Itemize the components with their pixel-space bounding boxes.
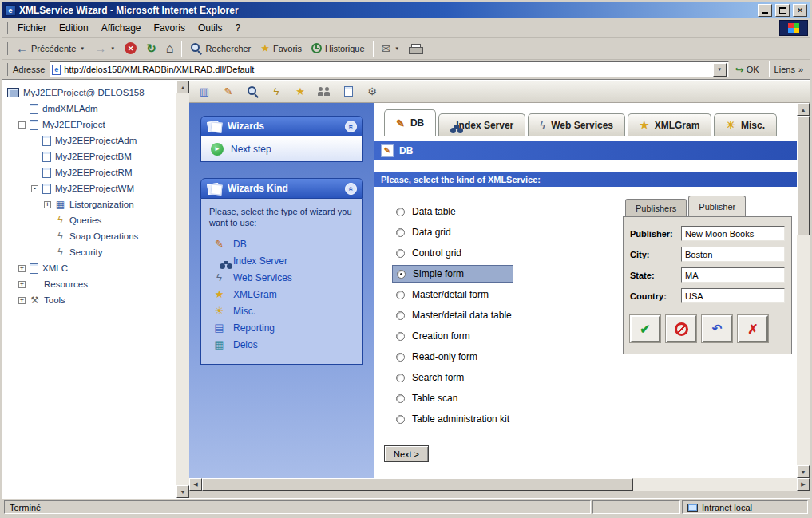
option-table-administration-kit[interactable]: Table administration kit	[392, 409, 513, 429]
wizard-kind-label[interactable]: DB	[233, 239, 247, 250]
next-step-row[interactable]: ► Next step	[200, 136, 363, 162]
tree-item-myj2eeprojectwm[interactable]: MyJ2EEProjectWM	[2, 180, 176, 196]
option-creation-form[interactable]: Creation form	[392, 326, 474, 346]
tree-item-tools[interactable]: ⚒ Tools	[2, 292, 176, 308]
wizard-kind-label[interactable]: Misc.	[233, 306, 255, 317]
radio-icon[interactable]	[396, 249, 405, 258]
menu-affichage[interactable]: Affichage	[95, 21, 148, 35]
tree-item-root[interactable]: MyJ2EEProject@ DELOS158	[2, 85, 176, 101]
option-master-detail-form[interactable]: Master/detail form	[392, 284, 493, 305]
services-bolt-icon[interactable]: ϟ	[269, 85, 283, 99]
option-data-table[interactable]: Data table	[392, 201, 460, 222]
state-input[interactable]	[681, 267, 785, 283]
wizard-kind-label[interactable]: Delos	[233, 339, 258, 350]
wizard-kind-xmlgram[interactable]: ★ XMLGram	[209, 286, 355, 302]
tab-publishers[interactable]: Publishers	[625, 199, 687, 216]
option-master-detail-data-table[interactable]: Master/detail data table	[392, 305, 516, 326]
expand-icon[interactable]	[44, 201, 51, 208]
tab-index-server[interactable]: Index Server	[438, 113, 525, 136]
wizard-kind-web-services[interactable]: ϟ Web Services	[209, 269, 355, 286]
radio-icon[interactable]	[396, 291, 405, 299]
expand-icon[interactable]	[18, 281, 26, 288]
scroll-track[interactable]	[633, 478, 797, 491]
radio-icon[interactable]	[396, 332, 405, 341]
scroll-up-button[interactable]: ▲	[797, 103, 810, 116]
favorites-button[interactable]: ★ Favoris	[255, 41, 307, 56]
radio-icon[interactable]	[396, 394, 405, 403]
menu-favoris[interactable]: Favoris	[148, 21, 192, 35]
back-dropdown-icon[interactable]: ▼	[80, 46, 85, 51]
option-table-scan[interactable]: Table scan	[392, 388, 461, 409]
catalog-icon[interactable]: ▥	[197, 85, 212, 99]
stop-button[interactable]: ✕	[120, 41, 141, 56]
wizard-kind-misc[interactable]: ☀ Misc.	[209, 302, 355, 319]
home-button[interactable]: ⌂	[161, 40, 179, 57]
new-page-icon[interactable]	[341, 85, 355, 99]
next-button[interactable]: Next >	[384, 445, 429, 462]
tree-item-resources[interactable]: Resources	[2, 276, 176, 292]
radio-icon[interactable]	[396, 228, 405, 237]
band-grip[interactable]	[6, 42, 8, 55]
scroll-track[interactable]	[797, 235, 810, 465]
option-data-grid[interactable]: Data grid	[392, 222, 455, 243]
scroll-thumb[interactable]	[202, 478, 633, 491]
radio-icon[interactable]	[396, 374, 405, 382]
radio-selected-icon[interactable]	[397, 270, 406, 279]
tree-item-queries[interactable]: ϟ Queries	[2, 212, 176, 228]
mail-dropdown-icon[interactable]: ▼	[394, 46, 399, 51]
forward-dropdown-icon[interactable]: ▼	[110, 46, 115, 51]
scroll-thumb[interactable]	[797, 116, 810, 235]
wizard-kind-reporting[interactable]: ▤ Reporting	[209, 319, 355, 336]
scroll-right-button[interactable]: ▶	[797, 478, 810, 491]
menu-outils[interactable]: Outils	[192, 21, 229, 35]
wizard-kind-label[interactable]: Reporting	[233, 322, 275, 334]
option-read-only-form[interactable]: Read-only form	[392, 346, 481, 367]
history-button[interactable]: Historique	[307, 42, 370, 55]
publisher-input[interactable]	[681, 226, 785, 241]
edit-icon[interactable]: ✎	[221, 85, 236, 99]
xmlgram-star-icon[interactable]: ★	[293, 85, 307, 99]
tab-xmlgram[interactable]: ★ XMLGram	[628, 113, 711, 136]
search-button[interactable]: Rechercher	[185, 41, 255, 56]
tab-misc[interactable]: ☀ Misc.	[714, 113, 777, 136]
undo-button[interactable]: ↶	[702, 315, 732, 342]
menu-aide[interactable]: ?	[229, 21, 248, 35]
delete-button[interactable]: ✗	[738, 315, 768, 342]
search-icon[interactable]	[245, 85, 259, 99]
collapse-panel-button[interactable]: «	[345, 183, 357, 195]
page-horizontal-scrollbar[interactable]: ◀ ▶	[189, 478, 810, 491]
tree-item-myj2eeprojectadm[interactable]: MyJ2EEProjectAdm	[2, 132, 176, 148]
wizard-kind-delos[interactable]: ▦ Delos	[209, 336, 355, 353]
scroll-down-button[interactable]: ▼	[797, 465, 810, 478]
page-vertical-scrollbar[interactable]: ▲ ▼	[797, 103, 810, 478]
refresh-button[interactable]: ↻	[141, 42, 161, 56]
print-button[interactable]	[404, 42, 426, 55]
scroll-track[interactable]	[176, 93, 189, 485]
users-icon[interactable]	[317, 85, 331, 99]
go-ok-button[interactable]: ↪ OK	[729, 62, 766, 77]
collapse-panel-button[interactable]: «	[345, 121, 357, 132]
scroll-left-button[interactable]: ◀	[189, 478, 202, 491]
country-input[interactable]	[681, 288, 785, 303]
minimize-button[interactable]	[758, 4, 772, 17]
next-step-link[interactable]: Next step	[231, 144, 271, 155]
scroll-up-button[interactable]: ▲	[176, 81, 189, 93]
city-input[interactable]	[681, 247, 785, 262]
tree-item-xmlc[interactable]: XMLC	[2, 260, 176, 276]
collapse-icon[interactable]	[31, 185, 38, 192]
wizard-kind-label[interactable]: Index Server	[233, 255, 287, 267]
address-input[interactable]	[61, 65, 712, 74]
menu-edition[interactable]: Edition	[53, 21, 95, 35]
tree-item-myj2eeprojectrm[interactable]: MyJ2EEProjectRM	[2, 164, 176, 180]
close-button[interactable]: ✕	[793, 4, 807, 17]
tree-item-myj2eeprojectbm[interactable]: MyJ2EEProjectBM	[2, 148, 176, 164]
option-simple-form[interactable]: Simple form	[392, 265, 513, 283]
radio-icon[interactable]	[396, 415, 405, 424]
tree-item-soap-operations[interactable]: ϟ Soap Operations	[2, 228, 176, 244]
band-grip[interactable]	[6, 63, 8, 76]
tree-item-dmdxmladm[interactable]: dmdXMLAdm	[2, 101, 176, 117]
collapse-icon[interactable]	[18, 121, 26, 129]
confirm-button[interactable]: ✔	[630, 315, 660, 342]
tree-item-security[interactable]: ϟ Security	[2, 244, 176, 260]
scroll-down-button[interactable]: ▼	[176, 485, 189, 498]
